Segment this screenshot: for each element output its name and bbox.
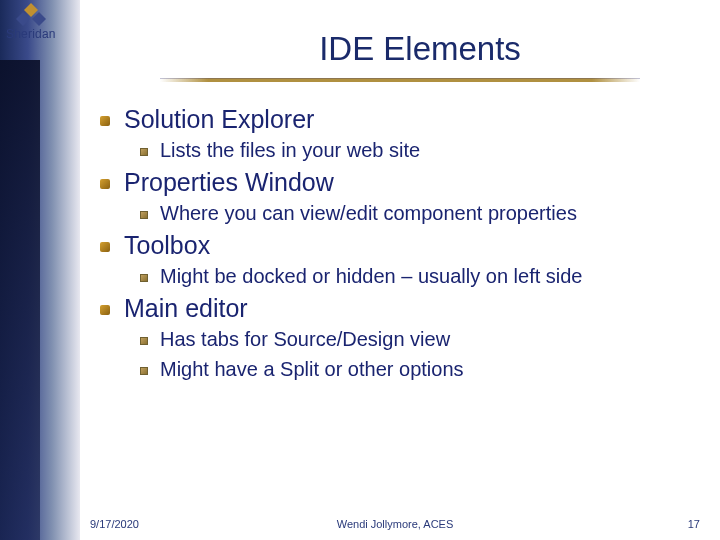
svg-marker-1 [16,12,30,26]
bullet-main-text: Solution Explorer [124,105,314,134]
bullet-sub-icon [140,274,148,282]
svg-marker-0 [24,3,38,17]
title-underline [160,78,640,82]
bullet-sub-text: Lists the files in your web site [160,138,420,162]
logo: Sheridan [6,3,56,41]
sidebar-dark-overlay [0,60,40,540]
bullet-main-icon [100,305,110,315]
footer-page: 17 [688,518,710,530]
bullet-main-icon [100,179,110,189]
bullet-sub-text: Has tabs for Source/Design view [160,327,450,351]
bullet-sub: Has tabs for Source/Design view [140,327,700,351]
bullet-sub-text: Might be docked or hidden – usually on l… [160,264,583,288]
footer-date: 9/17/2020 [80,518,139,530]
bullet-sub-text: Where you can view/edit component proper… [160,201,577,225]
bullet-main: Properties Window [100,168,700,197]
bullet-sub: Might be docked or hidden – usually on l… [140,264,700,288]
bullet-main-text: Properties Window [124,168,334,197]
content-area: Solution Explorer Lists the files in you… [100,105,700,387]
bullet-main: Main editor [100,294,700,323]
bullet-sub-icon [140,211,148,219]
bullet-main-text: Main editor [124,294,248,323]
bullet-sub-icon [140,367,148,375]
logo-text: Sheridan [6,27,56,41]
footer-author: Wendi Jollymore, ACES [337,518,454,530]
bullet-main: Solution Explorer [100,105,700,134]
svg-marker-2 [32,12,46,26]
bullet-sub-icon [140,148,148,156]
bullet-main: Toolbox [100,231,700,260]
bullet-sub: Might have a Split or other options [140,357,700,381]
footer: 9/17/2020 Wendi Jollymore, ACES 17 [80,518,710,530]
bullet-main-icon [100,116,110,126]
bullet-sub: Lists the files in your web site [140,138,700,162]
bullet-sub-text: Might have a Split or other options [160,357,464,381]
sheridan-logo-icon [16,3,46,29]
bullet-main-icon [100,242,110,252]
bullet-sub: Where you can view/edit component proper… [140,201,700,225]
bullet-main-text: Toolbox [124,231,210,260]
bullet-sub-icon [140,337,148,345]
slide-title: IDE Elements [180,30,660,68]
